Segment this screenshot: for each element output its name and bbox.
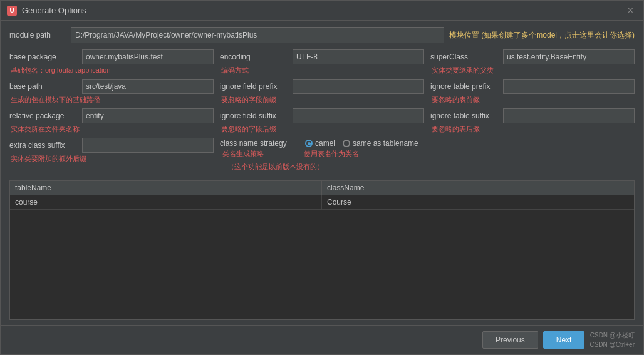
class-name-strategy-label: class name strategy bbox=[220, 139, 301, 148]
base-package-label: base package bbox=[9, 53, 78, 61]
camel-radio-button[interactable] bbox=[305, 140, 313, 147]
ignore-field-suffix-input[interactable] bbox=[293, 108, 424, 123]
col2-section: encoding 编码方式 ignore field prefix 要忽略的字段… bbox=[220, 49, 424, 175]
same-as-tablename-radio-button[interactable] bbox=[343, 140, 350, 147]
previous-button[interactable]: Previous bbox=[482, 331, 538, 349]
class-name-strategy-annotation: 类名生成策略 bbox=[222, 149, 264, 158]
camel-radio-label: camel bbox=[315, 139, 335, 148]
base-path-annotation: 生成的包在模块下的基础路径 bbox=[11, 95, 214, 105]
generate-options-dialog: U Generate Options × module path 模块位置 (如… bbox=[0, 0, 644, 355]
extra-class-suffix-group: extra class suffix 实体类要附加的额外后缀 bbox=[9, 138, 214, 165]
relative-package-label: relative package bbox=[9, 111, 78, 120]
base-path-group: base path 生成的包在模块下的基础路径 bbox=[9, 79, 214, 106]
watermark-line1: CSDN @小楼叮 bbox=[589, 331, 635, 340]
ignore-table-prefix-row: ignore table prefix bbox=[430, 79, 635, 94]
base-package-row: base package bbox=[9, 49, 214, 64]
watermark: CSDN @小楼叮 CSDN @Ctrl+er bbox=[589, 331, 635, 349]
same-as-tablename-radio-label: same as tablename bbox=[353, 139, 418, 148]
next-button[interactable]: Next bbox=[543, 331, 585, 349]
table-row[interactable]: course Course bbox=[10, 195, 634, 210]
extra-class-suffix-input[interactable] bbox=[82, 138, 214, 153]
ignore-table-suffix-row: ignore table suffix bbox=[430, 108, 635, 123]
base-path-label: base path bbox=[9, 82, 78, 91]
ignore-field-prefix-input[interactable] bbox=[293, 79, 424, 94]
class-name-strategy-radio-group: camel same as tablename bbox=[305, 139, 418, 148]
title-bar-left: U Generate Options bbox=[7, 6, 86, 16]
super-class-group: superClass 实体类要继承的父类 bbox=[430, 49, 635, 76]
ignore-table-suffix-annotation: 要忽略的表后缀 bbox=[432, 125, 635, 134]
table-section: tableName className course Course bbox=[9, 180, 635, 320]
encoding-row: encoding bbox=[220, 49, 424, 64]
bottom-bar: Previous Next CSDN @小楼叮 CSDN @Ctrl+er bbox=[1, 325, 643, 354]
title-bar: U Generate Options × bbox=[1, 1, 643, 21]
encoding-group: encoding 编码方式 bbox=[220, 49, 424, 76]
ignore-table-prefix-annotation: 要忽略的表前缀 bbox=[432, 95, 635, 105]
app-icon: U bbox=[7, 6, 17, 16]
table-cell-classname: Course bbox=[322, 195, 634, 209]
ignore-table-prefix-input[interactable] bbox=[503, 79, 635, 94]
dialog-content: module path 模块位置 (如果创建了多个model，点击这里会让你选择… bbox=[1, 21, 643, 325]
ignore-field-suffix-annotation: 要忽略的字段后缀 bbox=[221, 125, 424, 134]
ignore-field-suffix-label: ignore field suffix bbox=[220, 111, 289, 120]
col3-section: superClass 实体类要继承的父类 ignore table prefix… bbox=[430, 49, 635, 175]
relative-package-input[interactable] bbox=[82, 108, 214, 123]
table-header: tableName className bbox=[9, 180, 635, 195]
base-package-annotation: 基础包名：org.loufan.application bbox=[11, 66, 214, 75]
relative-package-group: relative package 实体类所在文件夹名称 bbox=[9, 108, 214, 135]
relative-package-annotation: 实体类所在文件夹名称 bbox=[11, 125, 214, 134]
module-path-hint: 模块位置 (如果创建了多个model，点击这里会让你选择) bbox=[449, 30, 635, 41]
encoding-annotation: 编码方式 bbox=[221, 66, 424, 75]
ignore-table-suffix-group: ignore table suffix 要忽略的表后缀 bbox=[430, 108, 635, 135]
extra-class-suffix-row: extra class suffix bbox=[9, 138, 214, 153]
super-class-label: superClass bbox=[430, 53, 499, 61]
main-grid: base package 基础包名：org.loufan.application… bbox=[9, 49, 635, 175]
module-path-label: module path bbox=[9, 31, 66, 39]
ignore-table-suffix-label: ignore table suffix bbox=[430, 111, 499, 120]
same-as-annotation: 使用表名作为类名 bbox=[304, 149, 359, 158]
base-package-input[interactable] bbox=[82, 49, 214, 64]
base-package-group: base package 基础包名：org.loufan.application bbox=[9, 49, 214, 76]
ignore-field-prefix-group: ignore field prefix 要忽略的字段前缀 bbox=[220, 79, 424, 106]
extra-class-suffix-label: extra class suffix bbox=[9, 141, 78, 150]
ignore-field-suffix-row: ignore field suffix bbox=[220, 108, 424, 123]
table-body: course Course bbox=[9, 195, 635, 320]
same-as-tablename-radio-option[interactable]: same as tablename bbox=[343, 139, 418, 148]
module-path-input[interactable] bbox=[71, 27, 444, 43]
table-header-col2: className bbox=[322, 181, 634, 195]
super-class-row: superClass bbox=[430, 49, 635, 64]
encoding-label: encoding bbox=[220, 53, 289, 61]
ignore-field-prefix-annotation: 要忽略的字段前缀 bbox=[221, 95, 424, 105]
base-path-input[interactable] bbox=[82, 79, 214, 94]
extra-annotation: （这个功能是以前版本没有的） bbox=[227, 162, 324, 172]
encoding-input[interactable] bbox=[293, 49, 424, 64]
ignore-field-prefix-label: ignore field prefix bbox=[220, 82, 289, 91]
ignore-table-prefix-group: ignore table prefix 要忽略的表前缀 bbox=[430, 79, 635, 106]
dialog-title: Generate Options bbox=[22, 6, 86, 15]
module-path-row: module path 模块位置 (如果创建了多个model，点击这里会让你选择… bbox=[9, 27, 635, 43]
close-button[interactable]: × bbox=[624, 4, 637, 17]
col1-section: base package 基础包名：org.loufan.application… bbox=[9, 49, 214, 175]
table-cell-tablename: course bbox=[10, 195, 322, 209]
super-class-input[interactable] bbox=[503, 49, 635, 64]
watermark-line2: CSDN @Ctrl+er bbox=[589, 340, 635, 349]
extra-class-suffix-annotation: 实体类要附加的额外后缀 bbox=[11, 154, 214, 163]
table-header-col1: tableName bbox=[10, 181, 322, 195]
relative-package-row: relative package bbox=[9, 108, 214, 123]
class-name-strategy-row: class name strategy camel same as tablen… bbox=[220, 139, 424, 148]
ignore-table-suffix-input[interactable] bbox=[503, 108, 635, 123]
ignore-field-suffix-group: ignore field suffix 要忽略的字段后缀 bbox=[220, 108, 424, 135]
camel-radio-option[interactable]: camel bbox=[305, 139, 335, 148]
super-class-annotation: 实体类要继承的父类 bbox=[432, 66, 635, 75]
base-path-row: base path bbox=[9, 79, 214, 94]
ignore-field-prefix-row: ignore field prefix bbox=[220, 79, 424, 94]
class-name-strategy-group: class name strategy camel same as tablen… bbox=[220, 138, 424, 173]
ignore-table-prefix-label: ignore table prefix bbox=[430, 82, 499, 91]
